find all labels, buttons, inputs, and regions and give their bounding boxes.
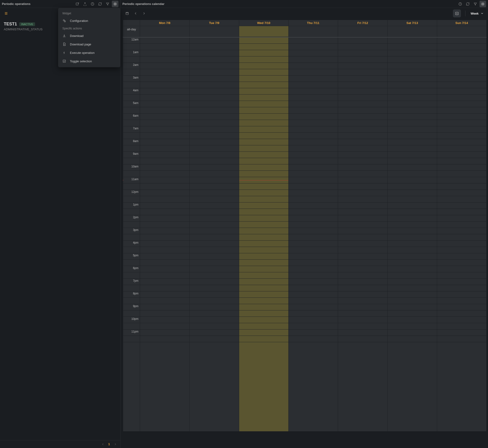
settings-icon[interactable] — [480, 1, 486, 7]
time-slot[interactable] — [190, 234, 239, 240]
time-slot[interactable] — [140, 234, 190, 240]
time-slot[interactable] — [437, 196, 486, 202]
time-slot[interactable] — [239, 63, 288, 69]
time-slot[interactable] — [338, 88, 388, 94]
time-slot[interactable] — [437, 152, 486, 158]
time-slot[interactable] — [388, 285, 437, 291]
time-slot[interactable] — [338, 310, 388, 317]
time-slot[interactable] — [190, 63, 239, 69]
time-slot[interactable] — [388, 82, 437, 88]
time-slot[interactable] — [239, 170, 288, 177]
time-slot[interactable] — [288, 202, 338, 208]
time-slot[interactable] — [437, 132, 486, 139]
time-slot[interactable] — [388, 297, 437, 304]
time-slot[interactable] — [288, 221, 338, 228]
time-slot[interactable] — [288, 43, 338, 50]
time-slot[interactable] — [437, 317, 486, 323]
time-slot[interactable] — [190, 145, 239, 152]
time-slot[interactable] — [239, 183, 288, 190]
calendar-prev-icon[interactable] — [132, 10, 139, 17]
time-slot[interactable] — [239, 75, 288, 82]
time-slot[interactable] — [239, 177, 288, 183]
time-slot[interactable] — [239, 152, 288, 158]
time-slot[interactable] — [140, 285, 190, 291]
time-slot[interactable] — [288, 170, 338, 177]
time-slot[interactable] — [388, 336, 437, 342]
time-slot[interactable] — [190, 196, 239, 202]
time-slot[interactable] — [190, 113, 239, 120]
time-slot[interactable] — [288, 139, 338, 145]
time-slot[interactable] — [140, 323, 190, 329]
time-slot[interactable] — [190, 329, 239, 336]
time-slot[interactable] — [140, 228, 190, 234]
add-event-button[interactable] — [453, 9, 461, 17]
time-slot[interactable] — [288, 101, 338, 107]
time-slot[interactable] — [140, 126, 190, 132]
time-slot[interactable] — [190, 37, 239, 43]
page-next-icon[interactable] — [113, 442, 117, 446]
time-slot[interactable] — [388, 63, 437, 69]
time-slot[interactable] — [437, 113, 486, 120]
time-slot[interactable] — [437, 240, 486, 247]
time-slot[interactable] — [239, 43, 288, 50]
calendar-next-icon[interactable] — [141, 10, 147, 17]
time-slot[interactable] — [437, 120, 486, 126]
time-slot[interactable] — [140, 101, 190, 107]
time-slot[interactable] — [437, 183, 486, 190]
time-slot[interactable] — [338, 152, 388, 158]
time-slot[interactable] — [338, 43, 388, 50]
time-slot[interactable] — [239, 69, 288, 75]
time-slot[interactable] — [140, 164, 190, 170]
time-slot[interactable] — [388, 37, 437, 43]
time-slot[interactable] — [140, 297, 190, 304]
time-slot[interactable] — [388, 145, 437, 152]
time-slot[interactable] — [288, 126, 338, 132]
time-slot[interactable] — [190, 253, 239, 259]
dropdown-configuration[interactable]: Configuration — [58, 16, 120, 25]
time-slot[interactable] — [388, 101, 437, 107]
time-slot[interactable] — [437, 126, 486, 132]
time-slot[interactable] — [140, 329, 190, 336]
time-slot[interactable] — [338, 132, 388, 139]
time-slot[interactable] — [190, 228, 239, 234]
time-slot[interactable] — [140, 279, 190, 285]
time-slot[interactable] — [288, 190, 338, 196]
time-slot[interactable] — [190, 152, 239, 158]
time-slot[interactable] — [239, 291, 288, 297]
time-slot[interactable] — [288, 107, 338, 113]
time-slot[interactable] — [140, 139, 190, 145]
time-slot[interactable] — [338, 190, 388, 196]
time-slot[interactable] — [338, 183, 388, 190]
time-slot[interactable] — [437, 190, 486, 196]
time-slot[interactable] — [239, 88, 288, 94]
time-slot[interactable] — [338, 221, 388, 228]
time-slot[interactable] — [388, 266, 437, 272]
time-slot[interactable] — [239, 304, 288, 310]
time-slot[interactable] — [190, 75, 239, 82]
time-slot[interactable] — [140, 88, 190, 94]
dropdown-download-page[interactable]: Download page — [58, 40, 120, 48]
time-slot[interactable] — [437, 285, 486, 291]
time-slot[interactable] — [239, 120, 288, 126]
time-slot[interactable] — [190, 82, 239, 88]
time-slot[interactable] — [190, 132, 239, 139]
time-slot[interactable] — [338, 228, 388, 234]
time-slot[interactable] — [288, 266, 338, 272]
time-slot[interactable] — [437, 279, 486, 285]
time-slot[interactable] — [437, 272, 486, 279]
time-slot[interactable] — [437, 177, 486, 183]
time-slot[interactable] — [140, 63, 190, 69]
time-slot[interactable] — [140, 304, 190, 310]
time-slot[interactable] — [437, 56, 486, 63]
time-slot[interactable] — [338, 75, 388, 82]
time-slot[interactable] — [190, 101, 239, 107]
time-slot[interactable] — [140, 240, 190, 247]
time-slot[interactable] — [190, 336, 239, 342]
time-slot[interactable] — [338, 285, 388, 291]
dropdown-download[interactable]: Download — [58, 32, 120, 40]
time-slot[interactable] — [437, 82, 486, 88]
all-day-cell[interactable] — [140, 26, 190, 37]
time-slot[interactable] — [239, 164, 288, 170]
time-slot[interactable] — [140, 158, 190, 164]
time-slot[interactable] — [239, 158, 288, 164]
